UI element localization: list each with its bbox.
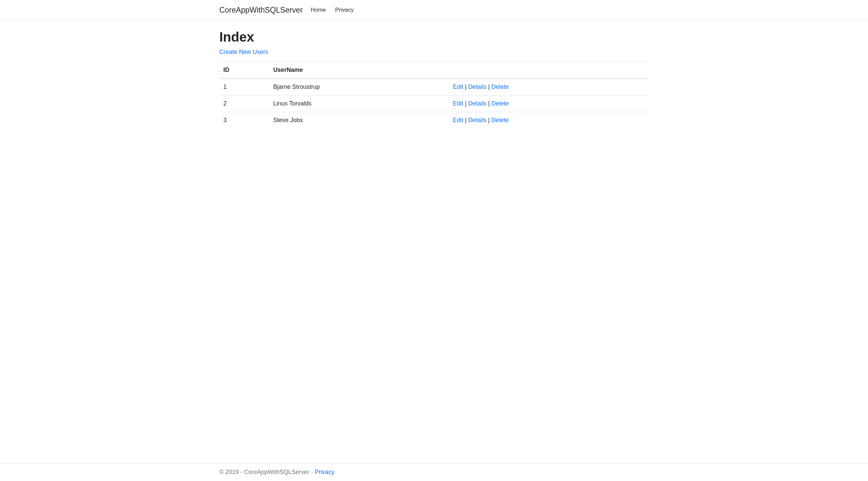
footer-privacy-link[interactable]: Privacy [314,469,334,475]
nav-link-home[interactable]: Home [310,4,327,16]
cell-username: Linus Torvalds [269,95,449,112]
separator: | [463,100,468,107]
details-link[interactable]: Details [468,84,487,90]
create-new-users-link[interactable]: Create New Users [219,49,268,56]
separator: | [463,117,468,123]
cell-actions: Edit | Details | Delete [449,95,649,112]
cell-username: Bjarne Stroustrup [269,78,449,95]
delete-link[interactable]: Delete [491,100,508,107]
users-table: ID UserName 1Bjarne StroustrupEdit | Det… [219,62,649,128]
cell-actions: Edit | Details | Delete [449,78,649,95]
navbar-brand[interactable]: CoreAppWithSQLServer [219,6,303,14]
table-row: 1Bjarne StroustrupEdit | Details | Delet… [219,78,649,95]
cell-id: 1 [219,78,269,95]
details-link[interactable]: Details [468,100,487,107]
delete-link[interactable]: Delete [491,84,508,90]
header-actions [449,62,649,79]
header-username: UserName [269,62,449,79]
separator: | [463,84,468,90]
cell-username: Steve Jobs [269,112,449,129]
page-title: Index [219,30,649,44]
details-link[interactable]: Details [468,117,487,123]
main-content: Index Create New Users ID UserName 1Bjar… [0,20,868,456]
edit-link[interactable]: Edit [453,100,463,107]
edit-link[interactable]: Edit [453,84,463,90]
footer-text: © 2019 - CoreAppWithSQLServer - [219,469,314,475]
separator: | [487,100,492,107]
table-row: 2Linus TorvaldsEdit | Details | Delete [219,95,649,112]
cell-id: 2 [219,95,269,112]
table-header-row: ID UserName [219,62,649,79]
separator: | [487,117,492,123]
delete-link[interactable]: Delete [491,117,508,123]
cell-actions: Edit | Details | Delete [449,112,649,129]
footer: © 2019 - CoreAppWithSQLServer - Privacy [0,463,868,481]
separator: | [487,84,492,90]
table-row: 3Steve JobsEdit | Details | Delete [219,112,649,129]
header-id: ID [219,62,269,79]
navbar: CoreAppWithSQLServer Home Privacy [0,0,868,20]
cell-id: 3 [219,112,269,129]
edit-link[interactable]: Edit [453,117,463,123]
nav-link-privacy[interactable]: Privacy [334,4,355,16]
